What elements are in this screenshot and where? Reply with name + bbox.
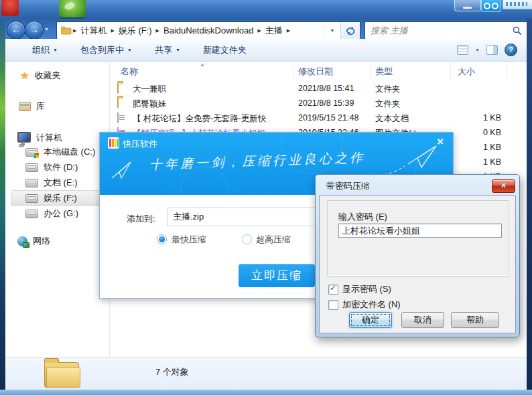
column-header-type[interactable]: 类型	[375, 66, 393, 78]
change-view-chevron-icon[interactable]: ▼	[475, 48, 480, 52]
background-app-icon-fragment	[481, 0, 501, 12]
file-date: 2021/8/8 15:39	[298, 98, 354, 108]
window-border-bottom	[0, 390, 532, 395]
sidebar-item-label: 软件 (D:)	[44, 161, 78, 173]
kuaizip-dialog-title: 快压软件	[123, 138, 157, 150]
column-divider[interactable]	[450, 63, 451, 79]
address-dropdown-chevron-icon[interactable]: ▼	[324, 22, 340, 39]
change-view-icon[interactable]	[457, 45, 468, 55]
back-button[interactable]: ←	[7, 21, 25, 40]
chevron-down-icon: ▼	[53, 48, 58, 52]
fastest-compression-radio[interactable]	[157, 234, 167, 244]
toolbar-items: 组织 ▼ 包含到库中 ▼ 共享 ▼ 新建文件夹 ▼	[28, 42, 251, 58]
breadcrumb[interactable]: ▶ 计算机 ▶ 娱乐 (F:) ▶ BaiduNetdiskDownload ▶…	[56, 21, 360, 40]
show-password-option[interactable]: 显示密码 (S)	[328, 283, 391, 295]
ok-button[interactable]: 确定	[349, 312, 392, 328]
toolbar-button[interactable]: 包含到库中 ▼	[76, 42, 136, 58]
breadcrumb-item[interactable]: BaiduNetdiskDownload	[161, 25, 256, 35]
close-button[interactable]: ×	[492, 179, 515, 193]
breadcrumb-separator-icon: ▶	[285, 28, 291, 33]
file-icon	[117, 83, 119, 94]
help-button[interactable]: 帮助	[451, 312, 499, 328]
star-icon: ★	[20, 71, 29, 80]
sidebar-item-label: 办公 (G:)	[44, 208, 78, 220]
drive-icon	[25, 210, 38, 218]
search-icon	[513, 26, 522, 35]
library-icon	[19, 102, 31, 111]
preview-pane-icon[interactable]	[486, 45, 498, 55]
sidebar-item-network[interactable]: 网络	[17, 235, 50, 247]
help-icon[interactable]: ?	[505, 44, 517, 56]
sidebar-item-label: 计算机	[36, 132, 62, 144]
compress-now-button[interactable]: 立即压缩	[239, 264, 315, 287]
sidebar-item-label: 库	[36, 100, 45, 112]
folder-icon	[44, 362, 79, 388]
password-dialog-body: 输入密码 (E) 显示密码 (S) 加密文件名 (N) 确定 取消 帮助	[319, 195, 516, 333]
sidebar-item-label: 收藏夹	[34, 70, 60, 82]
search-box[interactable]	[364, 21, 528, 40]
explorer-window: ← → ▼ ▶ 计算机 ▶ 娱乐 (F:) ▶ BaiduNetdiskDown…	[0, 0, 532, 395]
show-password-checkbox[interactable]	[328, 285, 338, 295]
column-divider[interactable]	[506, 63, 507, 79]
breadcrumb-separator-icon: ▶	[72, 28, 78, 33]
recent-pages-chevron-icon[interactable]: ▼	[44, 27, 49, 31]
sidebar-item-label: 娱乐 (F:)	[44, 192, 77, 204]
drive-icon	[25, 148, 38, 157]
encrypt-filenames-label: 加密文件名 (N)	[342, 299, 401, 311]
sidebar-item-drive[interactable]: 文档 (E:)	[25, 177, 78, 189]
file-size: 1 KB	[409, 113, 501, 123]
sidebar-item-drive[interactable]: 本地磁盘 (C:)	[25, 146, 95, 158]
encrypt-filenames-checkbox[interactable]	[328, 300, 338, 310]
chevron-down-icon: ▼	[127, 48, 132, 52]
sort-ascending-icon: ▲	[200, 62, 205, 68]
search-input[interactable]	[365, 25, 513, 35]
enter-password-label: 输入密码 (E)	[338, 211, 387, 223]
password-dialog-title: 带密码压缩	[326, 180, 370, 192]
password-dialog: 带密码压缩 × 输入密码 (E) 显示密码 (S) 加密文件名 (N) 确定 取…	[315, 174, 520, 337]
sidebar-item-drive[interactable]: 软件 (D:)	[25, 161, 78, 173]
sidebar-item-label: 网络	[33, 235, 50, 247]
column-header-date[interactable]: 修改日期	[298, 66, 333, 78]
cancel-button[interactable]: 取消	[401, 312, 444, 328]
encrypt-filenames-option[interactable]: 加密文件名 (N)	[328, 299, 401, 311]
file-date: 2019/5/15 21:48	[298, 113, 358, 123]
drive-icon	[25, 163, 38, 172]
sidebar-item-libraries[interactable]: 库	[19, 100, 45, 112]
breadcrumb-item[interactable]: 主播	[263, 25, 285, 37]
ultra-compression-radio[interactable]	[242, 234, 252, 244]
file-name: 【 村花论坛】全免费-无套路-更新快	[133, 113, 266, 125]
kuaizip-slogan: 十年磨一剑，压缩行业良心之作	[149, 149, 366, 173]
sidebar-item-drive-selected[interactable]: 娱乐 (F:)	[25, 192, 77, 204]
password-input[interactable]	[338, 224, 502, 238]
background-tooltip-fragment	[503, 0, 532, 9]
toolbar-button[interactable]: 组织 ▼	[28, 42, 62, 58]
column-header-name[interactable]: 名称	[121, 66, 138, 78]
breadcrumb-item[interactable]: 计算机	[78, 25, 109, 37]
chevron-down-icon: ▼	[176, 48, 180, 52]
fastest-compression-label[interactable]: 最快压缩	[172, 234, 206, 246]
table-row[interactable]: 大一兼职 2021/8/8 15:41 文件夹	[110, 82, 527, 96]
column-divider[interactable]	[371, 63, 371, 79]
sidebar-item-drive[interactable]: 办公 (G:)	[25, 208, 78, 220]
toolbar-button-label: 组织	[32, 44, 50, 56]
column-header-size[interactable]: 大小	[458, 66, 475, 78]
breadcrumb-item[interactable]: 娱乐 (F:)	[116, 25, 155, 37]
window-titlebar[interactable]	[0, 0, 532, 19]
file-icon	[117, 112, 119, 123]
ultra-compression-label[interactable]: 超高压缩	[256, 234, 291, 246]
forward-button[interactable]: →	[25, 21, 44, 40]
sidebar-item-favorites[interactable]: ★ 收藏夹	[20, 70, 60, 82]
show-password-label: 显示密码 (S)	[342, 283, 391, 295]
toolbar-button-label: 共享	[155, 44, 172, 56]
toolbar-button[interactable]: 新建文件夹 ▼	[199, 42, 251, 58]
table-row[interactable]: 肥臀颖妹 2021/8/8 15:39 文件夹	[110, 96, 527, 111]
drive-icon	[25, 194, 38, 203]
sidebar-item-computer[interactable]: 计算机	[17, 132, 62, 144]
sidebar-item-label: 本地磁盘 (C:)	[44, 146, 95, 158]
table-row[interactable]: 【 村花论坛】全免费-无套路-更新快 2019/5/15 21:48 文本文档 …	[110, 111, 527, 126]
minimize-button-fragment[interactable]	[454, 0, 481, 11]
file-type: 文件夹	[375, 84, 401, 95]
column-divider[interactable]	[293, 63, 293, 79]
toolbar-button[interactable]: 共享 ▼	[151, 42, 184, 58]
refresh-button[interactable]	[340, 22, 360, 39]
